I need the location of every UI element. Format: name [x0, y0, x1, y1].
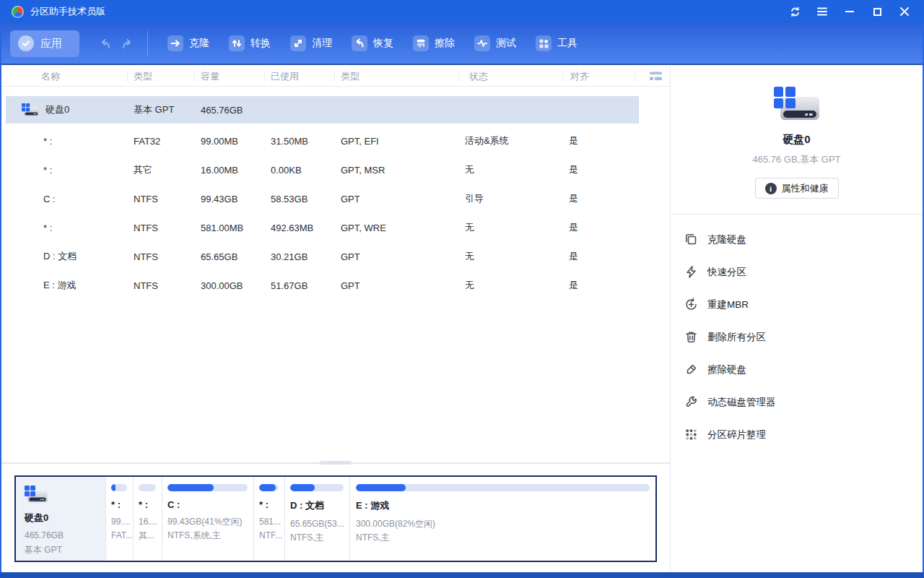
- disk-list-pane: 名称 类型 容量 已使用 类型 状态 对齐: [1, 66, 670, 572]
- cell-aligned: 是: [563, 126, 635, 155]
- action-label: 擦除硬盘: [707, 363, 746, 376]
- cell-ptype: GPT: [335, 242, 459, 271]
- disk-title: 硬盘0: [671, 133, 923, 147]
- cell-used: 492.63MB: [265, 213, 335, 242]
- partition-name: * :: [139, 499, 160, 510]
- partition-fs: NTFS,主: [290, 531, 348, 545]
- usage-bar: [139, 484, 156, 491]
- cell-used: [265, 96, 335, 124]
- cell-type: FAT32: [128, 126, 195, 155]
- partition-name: * :: [111, 499, 131, 510]
- action-clone-disk[interactable]: 克隆硬盘: [671, 223, 923, 256]
- table-row[interactable]: E : 游戏 NTFS 300.00GB 51.67GB GPT 无 是: [1, 271, 670, 300]
- disk-summary: 硬盘0 465.76 GB,基本 GPT i 属性和健康: [671, 66, 923, 199]
- redo-icon[interactable]: [120, 37, 134, 50]
- header-name: 名称: [1, 66, 128, 86]
- usage-bar: [259, 484, 279, 491]
- partition-name: D : 文档: [290, 499, 348, 512]
- cell-name: D : 文档: [1, 242, 128, 271]
- toolbar-button-tools[interactable]: 工具: [536, 35, 578, 51]
- disk-map-partition-cell[interactable]: * : 581... NTF...: [254, 477, 285, 561]
- defrag-grid-icon: [684, 428, 698, 441]
- apply-label: 应用: [40, 37, 62, 51]
- partition-size: 99.43GB(41%空闲): [167, 515, 252, 529]
- refresh-icon[interactable]: [781, 0, 808, 23]
- cell-name: C :: [1, 184, 128, 213]
- toolbar-button-clean[interactable]: 清理: [290, 35, 332, 51]
- action-partition-defrag[interactable]: 分区碎片整理: [671, 418, 923, 451]
- minimize-button[interactable]: [836, 0, 863, 23]
- table-row[interactable]: D : 文档 NTFS 65.65GB 30.21GB GPT 无 是: [1, 242, 670, 271]
- cell-status: 活动&系统: [459, 126, 563, 155]
- cell-ptype: GPT, WRE: [335, 213, 459, 242]
- cell-capacity: 65.65GB: [195, 242, 265, 271]
- lightning-icon: [684, 265, 698, 279]
- disk-map-partition-cell[interactable]: * : 99.... FAT...: [106, 477, 134, 561]
- toolbar-button-label: 恢复: [373, 37, 393, 50]
- header-aligned: 对齐: [563, 66, 635, 86]
- pane-splitter: [1, 462, 670, 464]
- toolbar-button-erase[interactable]: 擦除: [413, 35, 455, 51]
- action-label: 克隆硬盘: [707, 233, 746, 246]
- disk-capacity: 465.76GB: [25, 528, 100, 543]
- disk-type: 基本 GPT: [25, 543, 100, 557]
- disk-map-partition-cell[interactable]: * : 16.... 其...: [134, 477, 162, 561]
- action-label: 动态磁盘管理器: [707, 396, 776, 409]
- toolbar-button-recover[interactable]: 恢复: [352, 35, 393, 51]
- info-icon: i: [765, 183, 777, 194]
- table-row[interactable]: * : NTFS 581.00MB 492.63MB GPT, WRE 无 是: [1, 213, 670, 242]
- menu-icon[interactable]: [808, 0, 836, 23]
- action-delete-all-partitions[interactable]: 删除所有分区: [671, 321, 923, 353]
- columns-icon[interactable]: [649, 70, 663, 82]
- properties-health-label: 属性和健康: [782, 182, 829, 195]
- close-icon: [900, 7, 909, 16]
- partition-fs: NTFS,系统,主: [167, 529, 252, 543]
- cell-type: NTFS: [128, 184, 195, 213]
- cell-status: 无: [459, 155, 563, 184]
- disk-map-disk-cell[interactable]: 硬盘0 465.76GB 基本 GPT: [16, 477, 106, 561]
- cell-capacity: 99.43GB: [195, 184, 265, 213]
- table-row-disk0[interactable]: 硬盘0 基本 GPT 465.76GB: [1, 96, 670, 124]
- maximize-button[interactable]: [863, 0, 891, 23]
- action-rebuild-mbr[interactable]: 重建MBR: [671, 288, 923, 321]
- apply-button[interactable]: 应用: [10, 30, 79, 57]
- trash-icon: [684, 330, 698, 344]
- close-button[interactable]: [891, 0, 918, 23]
- cell-aligned: 是: [563, 213, 635, 242]
- table-row[interactable]: * : 其它 16.00MB 0.00KB GPT, MSR 无 是: [1, 155, 670, 184]
- cell-capacity: 16.00MB: [195, 155, 265, 184]
- action-dynamic-disk-manager[interactable]: 动态磁盘管理器: [671, 386, 923, 418]
- toolbar-button-test[interactable]: 测试: [474, 35, 516, 51]
- title-bar: 分区助手技术员版: [0, 0, 924, 23]
- action-quick-partition[interactable]: 快速分区: [671, 256, 923, 288]
- recover-icon: [352, 35, 367, 51]
- partition-name: E : 游戏: [356, 499, 654, 512]
- disk-map-partition-cell[interactable]: E : 游戏 300.00GB(82%空闲) NTFS,主: [350, 477, 655, 561]
- window-controls: [781, 0, 918, 23]
- disk-map-partition-cell[interactable]: C : 99.43GB(41%空闲) NTFS,系统,主: [162, 477, 254, 561]
- table-row[interactable]: C : NTFS 99.43GB 58.53GB GPT 引导 是: [1, 184, 670, 213]
- disk-icon: [22, 103, 39, 116]
- cell-name: * :: [1, 213, 128, 242]
- splitter-handle[interactable]: [320, 461, 352, 465]
- header-used: 已使用: [265, 66, 335, 86]
- table-row[interactable]: * : FAT32 99.00MB 31.50MB GPT, EFI 活动&系统…: [1, 126, 670, 155]
- cell-name: * :: [1, 126, 128, 155]
- window-border-bottom: [0, 572, 924, 578]
- cell-aligned: 是: [563, 184, 635, 213]
- toolbar-button-clone[interactable]: 克隆: [167, 35, 209, 51]
- header-status: 状态: [459, 66, 563, 86]
- disk-map-partition-cell[interactable]: D : 文档 65.65GB(53... NTFS,主: [285, 477, 350, 561]
- cell-type: NTFS: [128, 271, 195, 300]
- partition-name: * :: [259, 499, 283, 510]
- disk-map: 硬盘0 465.76GB 基本 GPT * : 99.... FAT... * …: [14, 475, 657, 562]
- undo-icon[interactable]: [98, 37, 113, 50]
- cell-ptype: GPT, EFI: [335, 126, 459, 155]
- partition-fs: NTF...: [259, 529, 283, 543]
- properties-health-button[interactable]: i 属性和健康: [755, 178, 839, 199]
- toolbar-button-convert[interactable]: 转换: [229, 35, 271, 51]
- cell-type: 其它: [128, 155, 195, 184]
- cell-capacity: 465.76GB: [195, 96, 265, 124]
- partition-fs: NTFS,主: [356, 531, 654, 545]
- action-wipe-disk[interactable]: 擦除硬盘: [671, 353, 923, 386]
